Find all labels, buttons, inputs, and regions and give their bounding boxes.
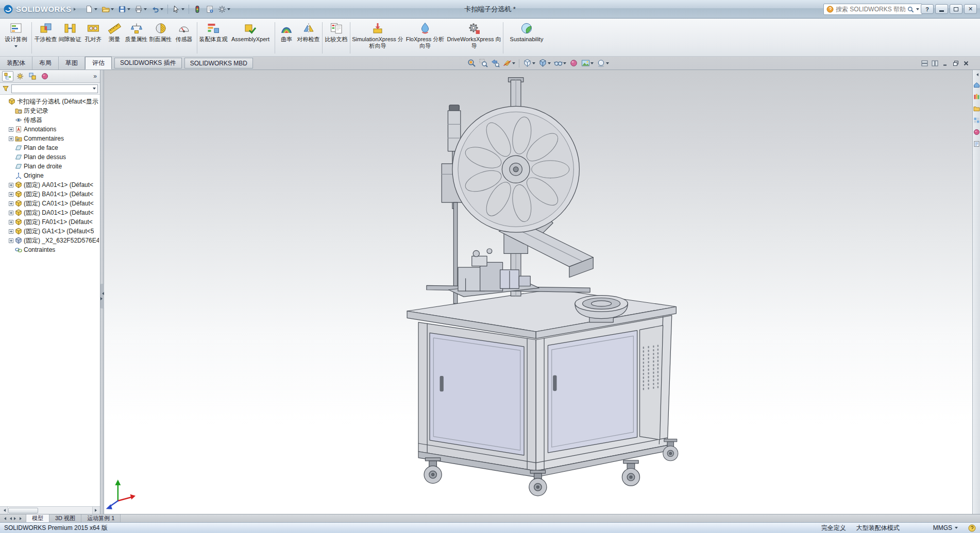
- ribbon-floxpress[interactable]: FloXpress 分析向导: [403, 20, 447, 56]
- ribbon-assembly-xpert[interactable]: AssemblyXpert: [228, 20, 273, 56]
- help-button[interactable]: ?: [921, 4, 934, 14]
- design-library-icon[interactable]: [973, 93, 980, 100]
- displaymanager-tab[interactable]: [39, 71, 50, 81]
- expand-toggle[interactable]: [9, 229, 13, 234]
- ribbon-symmetry-check[interactable]: 对称检查: [296, 20, 320, 56]
- doc-minimize-button[interactable]: [941, 60, 949, 66]
- expand-toggle[interactable]: [9, 211, 13, 215]
- expand-toggle[interactable]: [9, 127, 13, 132]
- tree-item-annotations[interactable]: Annotations: [2, 125, 99, 134]
- filter-funnel-icon[interactable]: [2, 85, 9, 92]
- tab-layout[interactable]: 布局: [32, 57, 59, 70]
- print-button[interactable]: [133, 4, 148, 14]
- tree-item-component-aa01[interactable]: (固定) AA01<1> (Défaut<: [2, 180, 99, 190]
- reel-wheel[interactable]: [452, 106, 579, 232]
- ribbon-assembly-visualization[interactable]: 装配体直观: [199, 20, 228, 56]
- search-input[interactable]: [836, 6, 905, 13]
- configurationmanager-tab[interactable]: [27, 71, 38, 81]
- scroll-right-button[interactable]: [92, 507, 100, 514]
- tree-item-component-fa01[interactable]: (固定) FA01<1> (Défaut<: [2, 217, 99, 227]
- display-style-button[interactable]: [537, 58, 552, 68]
- ribbon-compare-documents[interactable]: 比较文档: [324, 20, 348, 56]
- tab-assembly[interactable]: 装配体: [0, 57, 32, 70]
- search-caret-icon[interactable]: [916, 8, 919, 12]
- tree-horizontal-scrollbar[interactable]: [0, 506, 100, 514]
- 3d-views-tab[interactable]: 3D 视图: [49, 514, 81, 522]
- ribbon-curvature[interactable]: 曲率: [277, 20, 296, 56]
- tree-item-mates[interactable]: Contraintes: [2, 245, 99, 254]
- section-view-button[interactable]: [502, 58, 516, 68]
- tile-vertical-button[interactable]: [931, 60, 939, 66]
- minimize-button[interactable]: [935, 4, 948, 14]
- panel-overflow-chevron[interactable]: »: [93, 73, 98, 80]
- tree-item-history[interactable]: 历史记录: [2, 106, 99, 115]
- splitter-handle[interactable]: [100, 284, 104, 308]
- expand-toggle[interactable]: [9, 192, 13, 197]
- tab-solidworks-addins[interactable]: SOLIDWORKS 插件: [114, 58, 182, 68]
- model-tab[interactable]: 模型: [26, 514, 49, 522]
- ribbon-design-study[interactable]: 设计算例: [2, 20, 30, 56]
- ribbon-mass-properties[interactable]: 质量属性: [124, 20, 148, 56]
- graphics-viewport[interactable]: [104, 70, 972, 514]
- view-settings-button[interactable]: [596, 58, 610, 68]
- ribbon-sensor[interactable]: 传感器: [173, 20, 195, 56]
- doc-restore-button[interactable]: [952, 60, 959, 66]
- tab-solidworks-mbd[interactable]: SOLIDWORKS MBD: [184, 58, 253, 68]
- taskpane-expand-icon[interactable]: [975, 73, 978, 76]
- motion-study-tab[interactable]: 运动算例 1: [81, 514, 121, 522]
- view-orientation-button[interactable]: [522, 58, 536, 68]
- machine-3d-model[interactable]: [104, 70, 972, 514]
- ribbon-clearance-verify[interactable]: 间隙验证: [58, 20, 82, 56]
- save-button[interactable]: [116, 4, 132, 14]
- solidworks-menu[interactable]: SOLIDWORKS: [3, 4, 77, 14]
- open-button[interactable]: [100, 4, 115, 14]
- expand-toggle[interactable]: [9, 183, 13, 187]
- tree-item-origin[interactable]: Origine: [2, 171, 99, 180]
- undo-button[interactable]: [149, 4, 165, 14]
- tree-item-component-ba01[interactable]: (固定) BA01<1> (Défaut<: [2, 190, 99, 199]
- quick-tips-icon[interactable]: [968, 524, 976, 532]
- tree-item-component-ca01[interactable]: (固定) CA01<1> (Défaut<: [2, 199, 99, 208]
- prev-tab-icon[interactable]: [8, 517, 12, 520]
- tree-item-root[interactable]: 卡扣端子分选机 (Défaut<显示: [2, 97, 99, 106]
- tree-item-front-plane[interactable]: Plan de face: [2, 143, 99, 152]
- ribbon-simulationxpress[interactable]: SimulationXpress 分析向导: [352, 20, 403, 56]
- file-explorer-icon[interactable]: [973, 105, 980, 112]
- doc-close-button[interactable]: [962, 60, 970, 66]
- last-tab-icon[interactable]: [20, 517, 23, 520]
- tile-horizontal-button[interactable]: [921, 60, 928, 66]
- zoom-fit-button[interactable]: [466, 58, 477, 68]
- previous-view-button[interactable]: [490, 58, 501, 68]
- rebuild-button[interactable]: [192, 4, 203, 14]
- tree-item-comments[interactable]: Commentaires: [2, 134, 99, 143]
- expand-toggle[interactable]: [9, 220, 13, 225]
- filter-dropdown[interactable]: [11, 84, 98, 93]
- panel-splitter[interactable]: [100, 70, 104, 514]
- new-file-button[interactable]: [83, 4, 99, 14]
- units-selector[interactable]: MMGS: [933, 524, 958, 531]
- expand-toggle[interactable]: [9, 201, 13, 206]
- scrollbar-thumb[interactable]: [8, 508, 38, 513]
- tree-item-top-plane[interactable]: Plan de dessus: [2, 152, 99, 162]
- scroll-left-button[interactable]: [0, 507, 8, 514]
- tab-evaluate[interactable]: 评估: [85, 57, 112, 70]
- ribbon-sustainability[interactable]: Sustainability: [505, 20, 548, 56]
- workbench-cart[interactable]: [407, 289, 676, 477]
- select-button[interactable]: [171, 4, 186, 14]
- ribbon-measure[interactable]: 测量: [105, 20, 124, 56]
- search-icon[interactable]: [907, 6, 914, 13]
- tree-item-sensors[interactable]: 传感器: [2, 115, 99, 125]
- expand-toggle[interactable]: [9, 238, 13, 243]
- expand-toggle[interactable]: [9, 136, 13, 141]
- tree-item-component-ga1[interactable]: (固定) GA1<1> (Défaut<5: [2, 227, 99, 236]
- view-palette-icon[interactable]: [973, 117, 980, 124]
- ribbon-hole-alignment[interactable]: 孔对齐: [82, 20, 105, 56]
- ribbon-interference-check[interactable]: 干涉检查: [33, 20, 58, 56]
- tree-item-right-plane[interactable]: Plan de droite: [2, 162, 99, 171]
- file-properties-button[interactable]: [204, 4, 215, 14]
- first-tab-icon[interactable]: [3, 517, 6, 520]
- appearances-icon[interactable]: [973, 129, 980, 135]
- featuremanager-tab[interactable]: [2, 71, 13, 81]
- apply-scene-button[interactable]: [580, 58, 595, 68]
- zoom-area-button[interactable]: [478, 58, 489, 68]
